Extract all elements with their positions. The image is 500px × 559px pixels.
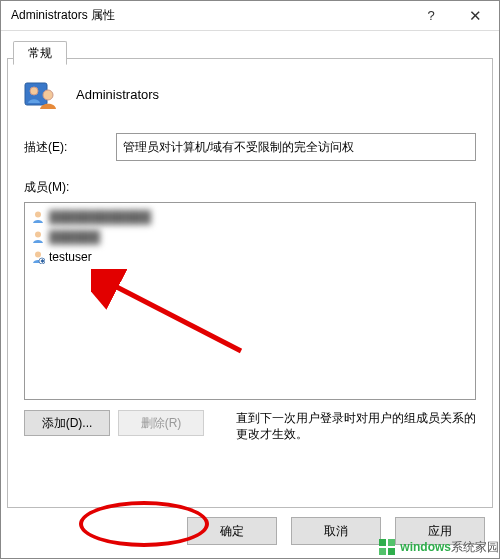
group-icon bbox=[24, 77, 58, 111]
list-item[interactable]: testuser bbox=[31, 247, 469, 267]
user-icon bbox=[31, 250, 45, 264]
list-item[interactable]: ██████ bbox=[31, 227, 469, 247]
titlebar: Administrators 属性 ? ✕ bbox=[1, 1, 499, 31]
watermark-logo-icon bbox=[378, 538, 396, 556]
svg-point-2 bbox=[43, 90, 53, 100]
add-button[interactable]: 添加(D)... bbox=[24, 410, 110, 436]
user-icon bbox=[31, 230, 45, 244]
close-button[interactable]: ✕ bbox=[453, 1, 497, 31]
watermark-text: windows系统家园 bbox=[400, 539, 499, 556]
member-actions: 添加(D)... 删除(R) 直到下一次用户登录时对用户的组成员关系的更改才生效… bbox=[24, 410, 476, 442]
group-header: Administrators bbox=[24, 77, 476, 111]
cancel-button[interactable]: 取消 bbox=[291, 517, 381, 545]
tab-panel: Administrators 描述(E): 成员(M): ███████████… bbox=[7, 58, 493, 508]
member-name: ████████████ bbox=[49, 210, 151, 224]
members-label: 成员(M): bbox=[24, 179, 476, 196]
description-row: 描述(E): bbox=[24, 133, 476, 161]
description-label: 描述(E): bbox=[24, 139, 116, 156]
svg-point-1 bbox=[30, 87, 38, 95]
ok-button[interactable]: 确定 bbox=[187, 517, 277, 545]
properties-dialog: Administrators 属性 ? ✕ 常规 Administrators … bbox=[0, 0, 500, 559]
member-name: testuser bbox=[49, 250, 92, 264]
window-title: Administrators 属性 bbox=[11, 7, 409, 24]
tab-general[interactable]: 常规 bbox=[13, 41, 67, 65]
description-input[interactable] bbox=[116, 133, 476, 161]
svg-rect-11 bbox=[388, 548, 395, 555]
member-name: ██████ bbox=[49, 230, 100, 244]
watermark: windows系统家园 bbox=[378, 538, 499, 556]
group-name-label: Administrators bbox=[76, 87, 159, 102]
help-button[interactable]: ? bbox=[409, 1, 453, 31]
remove-button: 删除(R) bbox=[118, 410, 204, 436]
svg-point-5 bbox=[35, 252, 41, 258]
svg-point-4 bbox=[35, 232, 41, 238]
svg-rect-9 bbox=[388, 539, 395, 546]
user-icon bbox=[31, 210, 45, 224]
svg-point-3 bbox=[35, 212, 41, 218]
members-listbox[interactable]: ████████████ ██████ testuser bbox=[24, 202, 476, 400]
svg-rect-10 bbox=[379, 548, 386, 555]
dialog-body: 常规 Administrators 描述(E): 成员(M): bbox=[1, 31, 499, 558]
svg-rect-8 bbox=[379, 539, 386, 546]
list-item[interactable]: ████████████ bbox=[31, 207, 469, 227]
membership-note: 直到下一次用户登录时对用户的组成员关系的更改才生效。 bbox=[236, 410, 476, 442]
